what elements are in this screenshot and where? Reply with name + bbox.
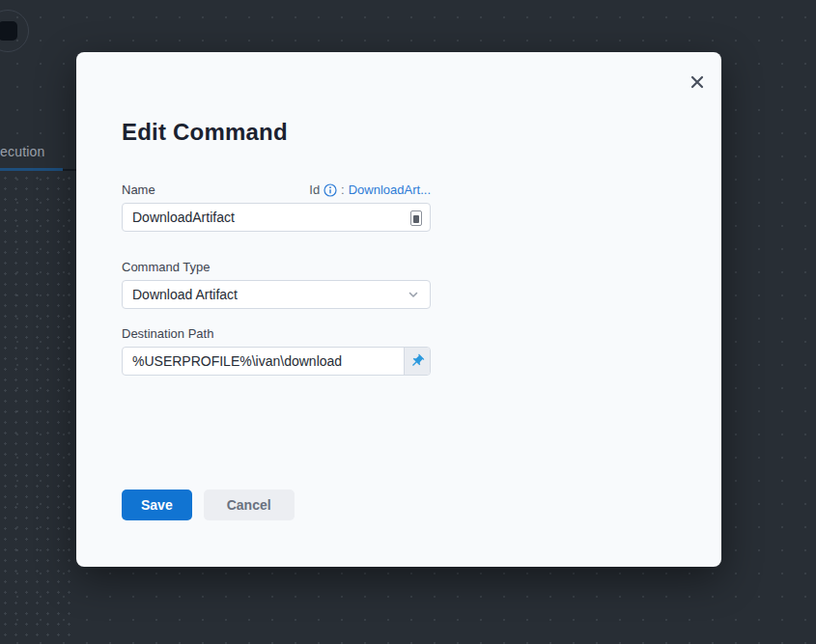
modal-actions: Save Cancel — [122, 490, 431, 520]
command-type-label: Command Type — [122, 260, 211, 274]
tab-execution[interactable]: ecution — [0, 144, 45, 159]
id-separator: : — [341, 182, 345, 197]
pin-icon — [409, 353, 425, 369]
edit-command-form: Name Id : DownloadArt... Command Type — [122, 182, 431, 520]
stop-icon — [0, 21, 17, 41]
tab-bar: ecution — [0, 136, 76, 171]
info-icon[interactable] — [324, 183, 337, 197]
active-tab-indicator — [0, 168, 63, 171]
id-label: Id — [309, 182, 320, 197]
pin-button[interactable] — [404, 348, 430, 375]
command-id-link[interactable]: DownloadArt... — [349, 182, 431, 197]
destination-path-label-row: Destination Path — [122, 325, 431, 341]
destination-path-label: Destination Path — [122, 326, 213, 341]
save-button[interactable]: Save — [122, 490, 192, 520]
command-type-label-row: Command Type — [122, 259, 431, 274]
name-label: Name — [122, 182, 155, 197]
name-input-wrap — [122, 203, 431, 232]
name-input[interactable] — [123, 204, 430, 231]
stop-button[interactable] — [0, 10, 29, 52]
autofill-icon — [410, 210, 422, 226]
cancel-button[interactable]: Cancel — [204, 490, 295, 520]
command-type-value: Download Artifact — [132, 287, 238, 302]
command-id-row: Id : DownloadArt... — [309, 182, 431, 197]
modal-title: Edit Command — [122, 118, 676, 146]
destination-path-wrap — [122, 347, 431, 376]
canvas-grid — [0, 173, 76, 644]
close-icon[interactable] — [687, 71, 708, 93]
name-label-row: Name Id : DownloadArt... — [122, 182, 431, 197]
command-type-select[interactable]: Download Artifact — [122, 280, 431, 309]
destination-path-input[interactable] — [123, 348, 404, 375]
edit-command-modal: Edit Command Name Id : DownloadArt... — [76, 52, 721, 567]
chevron-down-icon — [407, 288, 420, 301]
